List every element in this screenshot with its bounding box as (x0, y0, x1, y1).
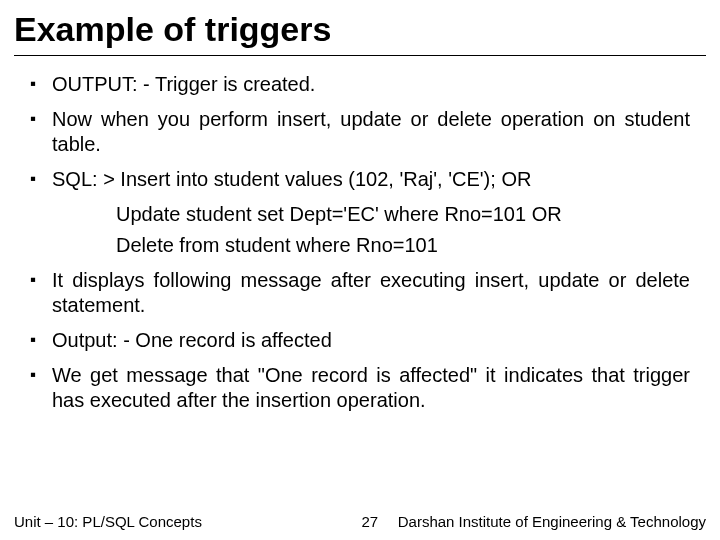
bullet-item: It displays following message after exec… (30, 268, 690, 318)
slide: Example of triggers OUTPUT: - Trigger is… (0, 0, 720, 540)
bullet-item: SQL: > Insert into student values (102, … (30, 167, 690, 192)
sql-subline: Delete from student where Rno=101 (30, 233, 690, 258)
slide-footer: Unit – 10: PL/SQL Concepts 27 Darshan In… (0, 513, 720, 530)
bullet-list: OUTPUT: - Trigger is created. Now when y… (30, 72, 690, 192)
bullet-item: Output: - One record is affected (30, 328, 690, 353)
slide-title: Example of triggers (0, 0, 720, 53)
sql-subline: Update student set Dept='EC' where Rno=1… (30, 202, 690, 227)
footer-institute: Darshan Institute of Engineering & Techn… (398, 513, 706, 530)
slide-content: OUTPUT: - Trigger is created. Now when y… (0, 56, 720, 413)
footer-page-number: 27 (202, 513, 398, 530)
bullet-item: OUTPUT: - Trigger is created. (30, 72, 690, 97)
bullet-list: It displays following message after exec… (30, 268, 690, 413)
footer-unit: Unit – 10: PL/SQL Concepts (14, 513, 202, 530)
bullet-item: Now when you perform insert, update or d… (30, 107, 690, 157)
bullet-item: We get message that "One record is affec… (30, 363, 690, 413)
